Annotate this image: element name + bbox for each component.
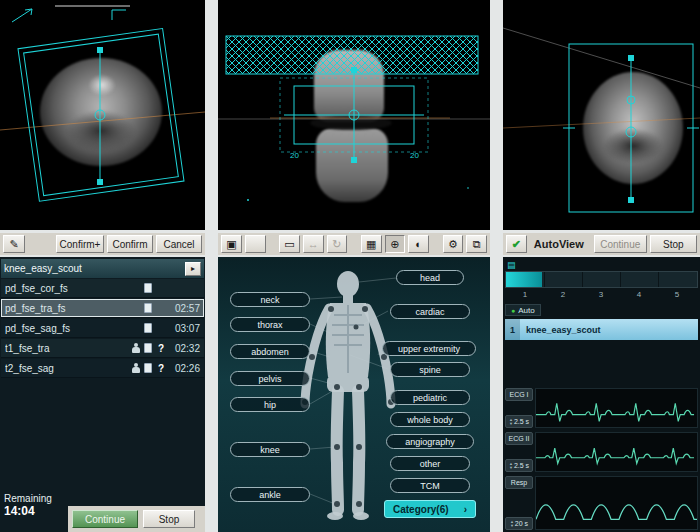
queue-item-name: knee_easy_scout [520,325,601,335]
confirm-plus-button[interactable]: Confirm+ [56,235,104,253]
anatomy-button-angiography[interactable]: angiography [386,434,474,449]
anatomy-button-ankle[interactable]: ankle [230,487,310,502]
queue-item-index: 1 [505,319,520,340]
anatomy-button-whole-body[interactable]: whole body [390,412,470,427]
scan-time: 02:32 [170,343,200,354]
ecg1-label: ECG I [505,388,533,401]
ecg2-waveform [535,432,698,472]
protocol-row-t1-fse-tra[interactable]: t1_fse_tra ? 02:32 [1,339,204,358]
ecg1-scale[interactable]: ▲▼ 2.5 s [505,415,533,428]
progress-tick-labels: 1 2 3 4 5 [505,290,698,300]
resp-waveform [535,476,698,530]
protocol-row-t2-fse-sag[interactable]: t2_fse_sag ? 02:26 [1,359,204,378]
resp-label: Resp [505,476,533,489]
anatomy-category-button[interactable]: Category(6) › [384,500,476,518]
confirm-button[interactable]: Confirm [107,235,153,253]
scan-stop-button[interactable]: Stop [143,510,195,528]
resp-scale[interactable]: ▲▼ 20 s [505,517,533,530]
anatomy-button-spine[interactable]: spine [390,362,470,377]
autoview-stop-button[interactable]: Stop [650,235,697,253]
contrast-icon[interactable]: ◐ [408,235,429,253]
anatomy-button-head[interactable]: head [396,270,464,285]
remaining-time-block: Remaining 14:04 [4,493,52,518]
measure-left: 20 [290,151,299,160]
protocol-row-pd-fse-cor-fs[interactable]: pd_fse_cor_fs [1,279,204,298]
physio-strip-ecg1: ECG I ▲▼ 2.5 s [505,388,698,428]
protocol-name: pd_fse_cor_fs [5,283,140,294]
annotate-icon[interactable]: ▣ [221,235,242,253]
scan-control-bar: Continue Stop [68,506,205,532]
anatomy-button-tcm[interactable]: TCM [390,478,470,493]
viewport-axial-right[interactable] [503,0,700,230]
anatomy-button-pelvis[interactable]: pelvis [230,371,310,386]
scan-time: 03:07 [170,323,200,334]
ecg1-waveform [535,388,698,428]
rotate-icon[interactable]: ↻ [327,235,348,253]
anatomy-button-abdomen[interactable]: abdomen [230,344,310,359]
slice-box-icon[interactable]: ▭ [279,235,300,253]
autoview-label: AutoView [530,238,588,250]
edit-pencil-icon[interactable]: ✎ [3,235,25,253]
slice-overlay-coronal: 20 20 [218,0,490,230]
toolbar-autoview: ✔ AutoView Continue Stop [503,233,700,255]
protocol-row-pd-fse-tra-fs[interactable]: pd_fse_tra_fs 02:57 [1,299,204,318]
physio-strip-resp: Resp ▲▼ 20 s [505,476,698,530]
anatomy-button-pediatric[interactable]: pediatric [390,390,470,405]
ecg2-label: ECG II [505,432,533,445]
question-mark: ? [156,343,166,354]
zoom-icon[interactable]: ⊕ [385,235,406,253]
protocol-group-header[interactable]: knee_easy_scout ▸ [1,259,204,278]
question-mark: ? [156,363,166,374]
chevron-right-icon: › [464,504,467,515]
ecg2-scale[interactable]: ▲▼ 2.5 s [505,459,533,472]
copy-icon[interactable] [144,303,152,313]
protocol-panel: knee_easy_scout ▸ pd_fse_cor_fs pd_fse_t… [0,257,205,532]
blank-tool-icon[interactable] [245,235,266,253]
anatomy-button-upper-extremity[interactable]: upper extremity [382,341,476,356]
slice-overlay-axial [0,0,205,230]
toolbar-image-tools: ▣ ▭ ↔ ↻ ▦ ⊕ ◐ ⚙ ⧉ [218,233,490,255]
copy-icon[interactable] [144,323,152,333]
anatomy-button-knee[interactable]: knee [230,442,310,457]
protocol-name: t1_fse_tra [5,343,128,354]
autoview-continue-button[interactable]: Continue [594,235,647,253]
scan-progress-bar[interactable] [505,271,698,288]
mri-console: 20 20 ✎ Confirm+ C [0,0,700,532]
anatomy-button-hip[interactable]: hip [230,397,310,412]
protocol-group-name: knee_easy_scout [4,263,82,274]
anatomy-button-neck[interactable]: neck [230,292,310,307]
pan-icon[interactable]: ↔ [303,235,324,253]
slice-overlay-axial-2 [503,0,700,230]
cancel-button[interactable]: Cancel [156,235,202,253]
patient-icon [132,363,140,373]
toolbar-confirm: ✎ Confirm+ Confirm Cancel [0,233,205,255]
anatomy-button-other[interactable]: other [390,456,470,471]
remaining-time: 14:04 [4,504,52,518]
spinner-arrows-icon[interactable]: ▲▼ [510,520,514,528]
remaining-label: Remaining [4,493,52,504]
copy-icon[interactable] [144,343,152,353]
scan-progress-fill [506,272,542,287]
anatomy-button-cardiac[interactable]: cardiac [390,304,470,319]
acquisition-panel: ▤ 1 2 3 4 5 ● Auto 1 knee_easy_scout ECG… [503,257,700,532]
viewport-coronal[interactable]: 20 20 [218,0,490,230]
auto-label: Auto [518,306,534,315]
tools-icon[interactable]: ⚙ [443,235,464,253]
copy-icon[interactable] [144,363,152,373]
spinner-arrows-icon[interactable]: ▲▼ [509,418,513,426]
scan-time: 02:57 [170,303,200,314]
queue-item-knee-easy-scout[interactable]: 1 knee_easy_scout [505,319,698,340]
layers-icon: ▤ [507,260,516,270]
expand-protocol-button[interactable]: ▸ [185,262,201,276]
anatomy-button-thorax[interactable]: thorax [230,317,310,332]
protocol-row-pd-fse-sag-fs[interactable]: pd_fse_sag_fs 03:07 [1,319,204,338]
spinner-arrows-icon[interactable]: ▲▼ [509,462,513,470]
copy-icon[interactable] [144,283,152,293]
viewport-axial-left[interactable] [0,0,205,230]
clipboard-icon[interactable]: ⧉ [466,235,487,253]
scan-continue-button[interactable]: Continue [72,510,138,528]
auto-toggle[interactable]: ● Auto [505,304,541,316]
autoview-check-icon[interactable]: ✔ [506,235,527,253]
protocol-name: pd_fse_sag_fs [5,323,140,334]
grid-icon[interactable]: ▦ [361,235,382,253]
